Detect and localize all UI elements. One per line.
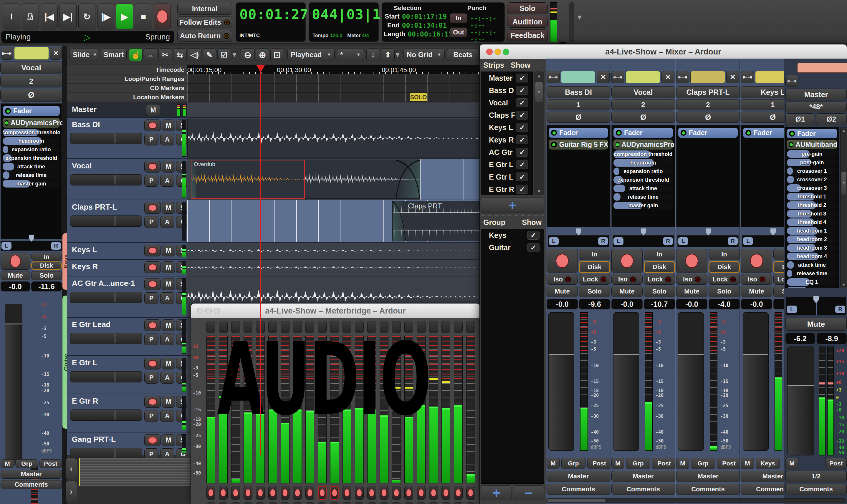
solo-button[interactable]: Solo	[709, 286, 740, 297]
region-claps[interactable]: Claps PRT	[392, 201, 480, 241]
isolate-button[interactable]: Iso	[612, 274, 642, 285]
go-to-start-button[interactable]: |◀	[41, 3, 58, 30]
region-bass[interactable]	[187, 119, 480, 158]
track-name[interactable]: Vocal	[72, 161, 92, 170]
track-fader[interactable]	[70, 448, 142, 459]
peak-display[interactable]: -8.9	[817, 333, 847, 344]
pan-control[interactable]: LR	[613, 235, 674, 247]
pan-control[interactable]: LR	[677, 235, 739, 247]
track-header-gang-prt-l[interactable]: Gang PRT-LMSPAG	[67, 432, 187, 455]
track-record-button[interactable]	[144, 120, 161, 131]
track-mute-button[interactable]: M	[162, 396, 175, 408]
channel-record-button[interactable]	[231, 486, 240, 500]
lock-button[interactable]: Lock	[709, 274, 740, 285]
channel-record-button[interactable]	[367, 486, 376, 500]
output-button[interactable]: Master	[1, 470, 62, 479]
strip-width-button[interactable]: ⇤⇥	[1, 47, 13, 60]
tempo-value[interactable]: 120.0	[330, 33, 342, 38]
record-button[interactable]	[154, 3, 171, 30]
canvas-track-keys-l[interactable]	[187, 243, 480, 260]
channel-button-row2[interactable]	[380, 502, 388, 504]
track-record-button[interactable]	[144, 278, 161, 290]
track-color-swatch[interactable]	[561, 71, 596, 83]
ruler-lane-location-markers[interactable]	[187, 93, 480, 102]
track-record-button[interactable]	[144, 358, 161, 370]
channel-button[interactable]	[466, 321, 475, 333]
summary-scroll-left-button[interactable]: ‹	[65, 458, 77, 479]
strip-name-button[interactable]: Claps PRT-L	[676, 86, 740, 98]
gain-display[interactable]: -0.0	[741, 299, 772, 309]
strip-close-button[interactable]: ✕	[597, 71, 610, 83]
track-playlist-button[interactable]: P	[144, 216, 158, 228]
strip-io-button[interactable]: 1	[547, 99, 610, 110]
pan-pointer-icon[interactable]	[813, 296, 819, 303]
channel-record-button[interactable]	[417, 486, 426, 500]
pan-right-label[interactable]: R	[598, 237, 608, 245]
monitor-disk-button[interactable]: Disk	[644, 261, 675, 273]
track-fader[interactable]	[70, 333, 142, 344]
peak-display[interactable]: -9.6	[579, 299, 610, 309]
edit-point-tool[interactable]: ☑	[217, 48, 231, 61]
channel-button-row2[interactable]	[293, 502, 302, 504]
channel-record-button[interactable]	[268, 486, 277, 500]
pan-control[interactable]: LR	[548, 235, 609, 247]
expand-tracks[interactable]: ⇕	[381, 48, 395, 61]
channel-record-button[interactable]	[256, 486, 265, 500]
control-crossover-1[interactable]: crossover 1	[787, 167, 837, 175]
feedback-button[interactable]: Feedback	[507, 30, 548, 41]
channel-record-button[interactable]	[392, 486, 401, 500]
pan-pointer-icon[interactable]	[641, 229, 646, 235]
track-header-e-gtr-r[interactable]: E Gtr RMSPAG	[67, 394, 187, 432]
track-color-swatch[interactable]	[797, 63, 847, 73]
channel-button-row2[interactable]	[318, 502, 327, 504]
track-header-claps-prt-l[interactable]: Claps PRT-LMSPAG	[67, 200, 187, 243]
strip-m-button[interactable]: M	[547, 458, 560, 469]
comments-button[interactable]: Comments	[612, 484, 675, 495]
track-automation-button[interactable]: A	[160, 216, 174, 228]
strip-close-button[interactable]: ✕	[726, 71, 739, 83]
ruler-lane-cd-markers[interactable]	[187, 84, 480, 93]
strip-grp-button[interactable]: Grp	[561, 458, 585, 469]
channel-button[interactable]	[207, 321, 215, 333]
monitor-disk-button[interactable]: Disk	[709, 261, 740, 273]
gain-display[interactable]: -0.0	[547, 299, 578, 309]
track-mute-button[interactable]: M	[162, 278, 175, 290]
track-mute-button[interactable]: M	[162, 262, 175, 273]
pan-left-label[interactable]: L	[549, 237, 559, 245]
pan-pointer-icon[interactable]	[706, 229, 711, 235]
channel-record-button[interactable]	[207, 486, 215, 500]
channel-button-row2[interactable]	[429, 502, 438, 504]
gain-fader[interactable]	[743, 312, 769, 451]
strip-phase-button[interactable]: Ø	[0, 89, 62, 102]
output-button[interactable]: Master	[612, 471, 675, 482]
track-fader[interactable]	[70, 410, 142, 421]
track-mute-button[interactable]: M	[162, 320, 175, 331]
play-range-button[interactable]: |▶	[97, 3, 114, 30]
control-eq-1[interactable]: EQ 1	[787, 278, 837, 286]
grab-tool[interactable]: ☝	[129, 48, 143, 61]
track-mute-button[interactable]: M	[162, 161, 175, 173]
track-automation-button[interactable]: A	[160, 372, 174, 383]
channel-record-button[interactable]	[219, 486, 228, 500]
smart-mode-button[interactable]: Smart	[101, 49, 127, 61]
control-eq-2[interactable]: EQ 2	[787, 287, 837, 288]
track-mute-button[interactable]: M	[162, 434, 175, 446]
processor-fader[interactable]: Fader	[787, 129, 837, 138]
loop-button[interactable]: ↻	[78, 3, 95, 30]
strip-phase-button[interactable]: Ø	[612, 112, 675, 123]
track-name[interactable]: Keys R	[72, 262, 98, 271]
error-log-button[interactable]: !	[3, 3, 20, 30]
monitor-input-button[interactable]: In	[31, 253, 62, 260]
record-enable-button[interactable]	[612, 249, 642, 273]
control-expansion-threshold[interactable]: expansion threshold	[614, 176, 673, 184]
stretch-tool[interactable]: ⇆	[173, 48, 187, 61]
processor-box[interactable]: FaderAUMultibandpre-gainpost-gaincrossov…	[785, 127, 839, 288]
control-master-gain[interactable]: master gain	[3, 180, 60, 187]
track-fader[interactable]	[70, 133, 142, 144]
strip-width-button[interactable]: ⇤⇥	[786, 75, 798, 87]
processor-box[interactable]: Fader AUDynamicsPro compression threshol…	[1, 103, 62, 239]
output-button[interactable]: 1/2	[786, 471, 847, 482]
channel-button-row2[interactable]	[404, 502, 413, 504]
pan-left-label[interactable]: L	[1, 242, 12, 250]
track-playlist-button[interactable]: P	[144, 175, 158, 187]
